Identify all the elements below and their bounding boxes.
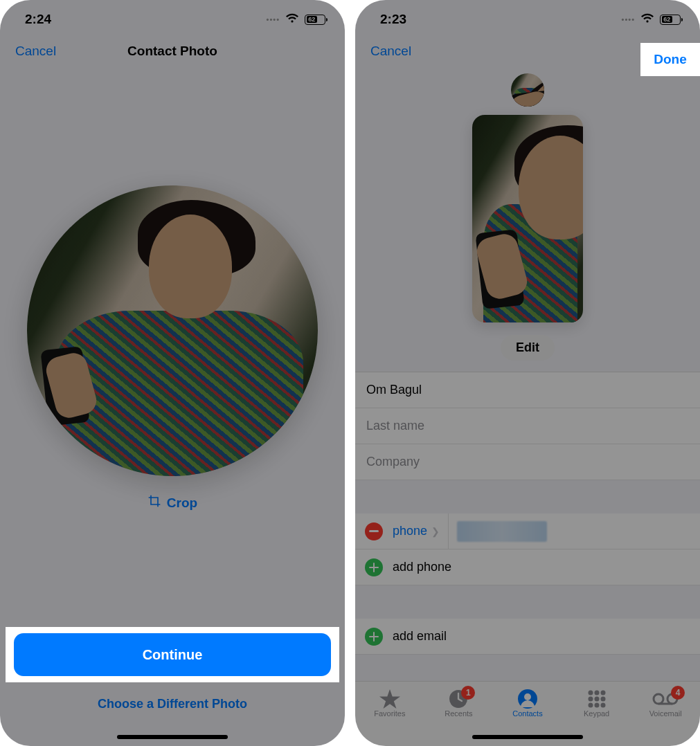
contact-avatar-thumb[interactable] xyxy=(511,73,544,107)
done-button[interactable]: Done xyxy=(654,52,687,67)
name-fields-section: Om Bagul Last name Company xyxy=(355,372,700,480)
person-icon xyxy=(518,689,537,709)
last-name-field[interactable]: Last name xyxy=(355,408,700,444)
tab-contacts-label: Contacts xyxy=(512,709,542,718)
continue-label: Continue xyxy=(143,647,203,663)
chevron-right-icon: ❯ xyxy=(431,526,440,537)
contact-poster-preview[interactable] xyxy=(472,115,583,322)
last-name-placeholder: Last name xyxy=(366,419,424,433)
cancel-button[interactable]: Cancel xyxy=(370,44,411,59)
phone-number-value[interactable] xyxy=(457,521,547,542)
phone-type-selector[interactable]: phone ❯ xyxy=(393,513,449,549)
recents-badge: 1 xyxy=(461,686,475,700)
svg-point-13 xyxy=(600,697,605,702)
cellular-dots-icon: •••• xyxy=(622,15,635,24)
tab-recents[interactable]: 1 Recents xyxy=(431,689,486,718)
svg-point-9 xyxy=(594,691,599,695)
tab-favorites-label: Favorites xyxy=(374,709,405,718)
crop-icon xyxy=(147,494,161,511)
crop-button[interactable]: Crop xyxy=(147,494,197,511)
svg-point-14 xyxy=(588,703,593,708)
screenshot-left: 2:24 •••• 62 Cancel Contact Photo xyxy=(0,0,345,746)
svg-rect-0 xyxy=(369,530,379,532)
svg-point-8 xyxy=(588,691,593,695)
add-email-row[interactable]: add email xyxy=(355,619,700,655)
contact-photo-preview xyxy=(27,185,318,476)
tab-keypad[interactable]: Keypad xyxy=(569,689,625,718)
remove-phone-button[interactable] xyxy=(365,522,383,540)
status-time: 2:24 xyxy=(25,12,51,27)
add-phone-row[interactable]: add phone xyxy=(355,549,700,585)
keypad-icon xyxy=(587,689,607,709)
svg-point-12 xyxy=(594,697,599,702)
add-email-button[interactable] xyxy=(365,628,383,646)
continue-button[interactable]: Continue xyxy=(14,633,331,676)
status-bar: 2:24 •••• 62 xyxy=(0,0,345,35)
battery-icon: 62 xyxy=(660,15,681,25)
wifi-icon xyxy=(640,12,654,27)
tab-recents-label: Recents xyxy=(445,709,472,718)
tab-keypad-label: Keypad xyxy=(584,709,609,718)
svg-point-16 xyxy=(600,703,605,708)
svg-point-17 xyxy=(654,694,663,704)
star-icon xyxy=(379,689,400,709)
add-phone-label: add phone xyxy=(393,560,451,574)
tab-favorites[interactable]: Favorites xyxy=(362,689,418,718)
svg-point-7 xyxy=(524,693,531,700)
home-indicator xyxy=(117,735,228,739)
nav-bar: Cancel Contact Photo xyxy=(0,35,345,68)
first-name-field[interactable]: Om Bagul xyxy=(355,372,700,408)
wifi-icon xyxy=(285,12,299,27)
edit-label: Edit xyxy=(516,340,539,354)
choose-different-photo-button[interactable]: Choose a Different Photo xyxy=(98,697,247,711)
edit-button[interactable]: Edit xyxy=(501,335,555,361)
phone-row[interactable]: phone ❯ xyxy=(355,513,700,549)
crop-label: Crop xyxy=(167,495,197,511)
status-time: 2:23 xyxy=(380,12,406,27)
voicemail-badge: 4 xyxy=(671,686,685,700)
cancel-button[interactable]: Cancel xyxy=(15,44,56,59)
company-field[interactable]: Company xyxy=(355,444,700,480)
status-bar: 2:23 •••• 62 xyxy=(355,0,700,35)
first-name-value: Om Bagul xyxy=(366,383,422,397)
cellular-dots-icon: •••• xyxy=(267,15,280,24)
tab-voicemail-label: Voicemail xyxy=(649,709,682,718)
svg-rect-2 xyxy=(369,567,379,568)
home-indicator xyxy=(472,735,583,739)
tab-voicemail[interactable]: 4 Voicemail xyxy=(638,689,693,718)
svg-point-10 xyxy=(600,691,605,695)
tab-contacts[interactable]: Contacts xyxy=(500,689,555,718)
svg-rect-4 xyxy=(369,636,379,637)
battery-icon: 62 xyxy=(305,15,325,25)
company-placeholder: Company xyxy=(366,455,420,469)
screenshot-right: 2:23 •••• 62 Cancel Done Done xyxy=(355,0,700,746)
svg-point-11 xyxy=(588,697,593,702)
phone-label: phone xyxy=(393,524,427,538)
add-email-label: add email xyxy=(393,629,447,644)
add-phone-button[interactable] xyxy=(365,558,383,576)
svg-point-15 xyxy=(594,703,599,708)
